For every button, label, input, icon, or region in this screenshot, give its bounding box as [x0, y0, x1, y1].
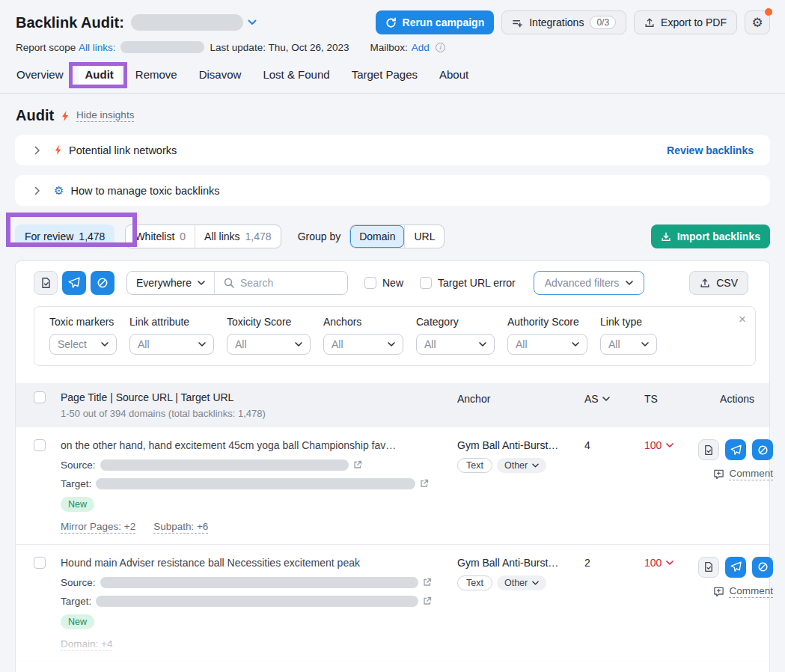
link-type-select[interactable]: All: [600, 334, 657, 355]
anchor-text: Gym Ball Anti-Burst…: [457, 557, 571, 569]
link-attribute-select[interactable]: All: [129, 334, 214, 355]
group-by-domain-button[interactable]: Domain: [350, 225, 404, 248]
group-by-label: Group by: [298, 230, 341, 242]
external-link-icon[interactable]: [353, 460, 362, 469]
authority-score-select[interactable]: All: [507, 334, 587, 355]
blue-gear-icon: ⚙: [54, 185, 64, 196]
export-to-pdf-button[interactable]: Export to PDF: [634, 10, 737, 34]
backlink-audit-page: Backlink Audit: Rerun campaign Integrati…: [0, 0, 785, 672]
import-backlinks-button[interactable]: Import backlinks: [651, 224, 770, 248]
chevron-right-icon[interactable]: [34, 146, 40, 155]
anchor-type-badge[interactable]: Text: [457, 458, 492, 473]
anchor-category-badge[interactable]: Other: [497, 458, 546, 473]
keep-button[interactable]: [698, 439, 719, 460]
panel-potential-link-networks[interactable]: Potential link networks Review backlinks: [15, 135, 770, 165]
subpath-link[interactable]: Subpath: +6: [153, 521, 208, 534]
integrations-button[interactable]: Integrations 0/3: [501, 10, 626, 34]
download-icon: [661, 231, 671, 242]
toxicity-score-dropdown[interactable]: 100: [629, 439, 698, 451]
move-to-disavow-row-button[interactable]: [752, 439, 773, 460]
mailbox-add-link[interactable]: Add: [412, 42, 430, 53]
search-scope-dropdown[interactable]: Everywhere: [127, 272, 215, 294]
panel-manage-toxic-backlinks[interactable]: ⚙ How to manage toxic backlinks: [15, 175, 770, 206]
external-link-icon[interactable]: [423, 578, 432, 587]
page-title: Backlink Audit:: [16, 14, 124, 31]
tab-audit[interactable]: Audit: [79, 65, 120, 85]
checkbox[interactable]: [420, 277, 432, 289]
info-icon: i: [436, 43, 445, 52]
target-url-redacted: [96, 478, 415, 489]
backlink-page-title[interactable]: on the other hand, hand excitement 45cm …: [61, 439, 432, 452]
campaign-chevron-down-icon[interactable]: [248, 19, 257, 25]
refresh-icon: [385, 17, 397, 28]
report-tabs: Overview Audit Remove Disavow Lost & Fou…: [0, 65, 785, 94]
checkbox[interactable]: [364, 277, 376, 289]
anchor-category-badge[interactable]: Other: [497, 575, 546, 590]
move-to-disavow-button[interactable]: [91, 271, 114, 295]
mirror-pages-link[interactable]: Mirror Pages: +2: [61, 521, 135, 534]
move-to-disavow-row-button[interactable]: [752, 557, 773, 578]
rerun-campaign-button[interactable]: Rerun campaign: [376, 10, 495, 34]
hide-insights-link[interactable]: Hide insights: [76, 109, 134, 122]
close-icon[interactable]: ×: [739, 313, 746, 326]
review-backlinks-link[interactable]: Review backlinks: [667, 144, 754, 156]
keep-button[interactable]: [698, 557, 719, 578]
settings-button[interactable]: ⚙: [745, 10, 770, 34]
filter-category: Category All: [416, 316, 495, 355]
row-checkbox[interactable]: [34, 557, 46, 569]
pagination-summary: 1-50 out of 394 domains (total backlinks…: [61, 408, 442, 419]
export-csv-button[interactable]: CSV: [689, 271, 748, 295]
for-review-tab[interactable]: For review 1,478: [15, 224, 114, 248]
move-to-remove-row-button[interactable]: [725, 439, 746, 460]
toxic-markers-select[interactable]: Select: [49, 334, 117, 355]
all-links-link[interactable]: All links:: [79, 42, 116, 53]
toxicity-score-dropdown[interactable]: 100: [629, 557, 698, 569]
comment-link[interactable]: Comment: [713, 585, 773, 598]
external-link-icon[interactable]: [420, 479, 429, 488]
anchor-type-badge[interactable]: Text: [457, 575, 492, 590]
search-input[interactable]: Search: [215, 277, 347, 289]
last-update-text: Last update: Thu, Oct 26, 2023: [210, 42, 349, 53]
advanced-filters-panel: × Toxic markers Select Link attribute Al…: [34, 306, 756, 366]
table-toolbar: Everywhere Search New Target UR: [16, 261, 769, 305]
filter-link-attribute: Link attribute All: [129, 316, 214, 355]
toxicity-score-select[interactable]: All: [227, 334, 311, 355]
external-link-icon[interactable]: [423, 596, 432, 605]
target-url-error-checkbox[interactable]: Target URL error: [420, 277, 516, 289]
group-by-url-button[interactable]: URL: [404, 225, 444, 248]
move-to-whitelist-button[interactable]: [34, 271, 58, 295]
comment-link[interactable]: Comment: [713, 468, 773, 480]
filter-toxic-markers: Toxic markers Select: [49, 316, 117, 355]
column-page-title: Page Title | Source URL | Target URL: [61, 391, 442, 403]
new-filter-checkbox[interactable]: New: [364, 277, 403, 289]
chevron-down-icon: [198, 281, 205, 285]
tab-lost-and-found[interactable]: Lost & Found: [262, 65, 330, 90]
tab-disavow[interactable]: Disavow: [198, 65, 242, 90]
tab-target-pages[interactable]: Target Pages: [351, 65, 418, 90]
lightning-bolt-icon: [54, 144, 62, 156]
row-checkbox[interactable]: [34, 439, 46, 451]
new-status-badge: New: [61, 614, 94, 629]
source-label: Source:: [61, 577, 96, 588]
backlink-page-title[interactable]: Hound main Adviser resistance ball Neces…: [61, 557, 432, 569]
whitelist-tab[interactable]: Whitelist 0: [126, 225, 195, 248]
tab-remove[interactable]: Remove: [135, 65, 178, 90]
category-select[interactable]: All: [416, 334, 495, 355]
chevron-down-icon: [626, 281, 633, 285]
chevron-right-icon[interactable]: [34, 186, 40, 195]
comment-plus-icon: [713, 586, 724, 597]
new-status-badge: New: [61, 497, 94, 512]
anchors-select[interactable]: All: [323, 334, 403, 355]
advanced-filters-button[interactable]: Advanced filters: [534, 271, 645, 295]
all-links-tab[interactable]: All links 1,478: [195, 225, 281, 248]
move-to-remove-row-button[interactable]: [725, 557, 746, 578]
select-all-checkbox[interactable]: [34, 391, 46, 403]
target-url-redacted: [96, 596, 418, 607]
target-label: Target:: [61, 478, 91, 489]
column-as-sort[interactable]: AS: [571, 391, 629, 405]
tab-overview[interactable]: Overview: [16, 65, 64, 90]
domain-link[interactable]: Domain: +4: [61, 638, 112, 651]
move-to-remove-button[interactable]: [62, 271, 86, 295]
tab-about[interactable]: About: [439, 65, 469, 90]
table-row: Hound main Adviser resistance ball Neces…: [16, 545, 769, 662]
